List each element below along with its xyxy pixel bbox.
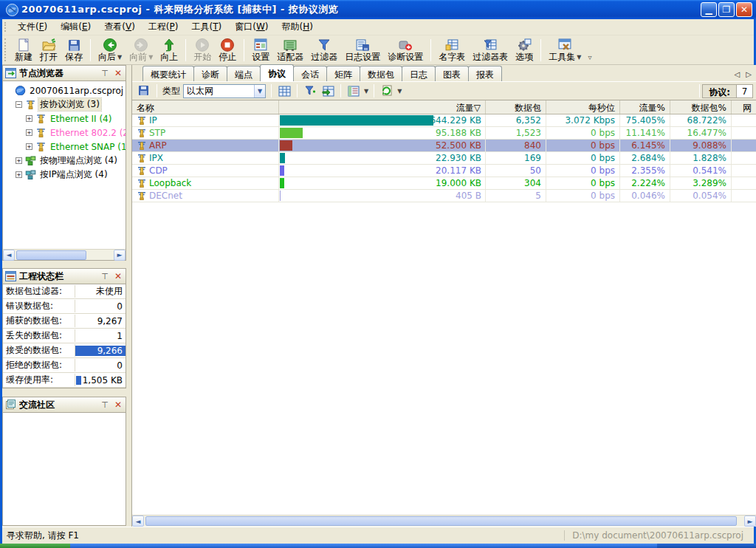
toolbar-button-save-floppy[interactable]: 保存	[61, 37, 86, 63]
pin-icon[interactable]: ⊤	[100, 69, 110, 78]
tab-矩阵[interactable]: 矩阵	[326, 66, 360, 81]
tab-诊断[interactable]: 诊断	[193, 66, 227, 81]
refresh-dropdown-icon[interactable]: ▼	[397, 88, 402, 95]
tabs-scroll-right-icon[interactable]: ▷	[746, 70, 752, 78]
toolbar-button-back-arrow[interactable]: 向后▼	[94, 37, 126, 63]
tree-node-3[interactable]: −按协议浏览 (3)	[3, 97, 126, 112]
make-filter-icon[interactable]	[320, 84, 335, 97]
toolbar-button-toolset-window[interactable]: 工具集▼	[545, 37, 585, 63]
protocol-row-decnet[interactable]: DECnet405 B50 bps0.046%0.054%	[132, 190, 756, 202]
main-scroll-thumb[interactable]	[145, 516, 737, 526]
expand-icon[interactable]: +	[26, 129, 32, 136]
menu-v[interactable]: 查看(V)	[97, 18, 142, 35]
tab-概要统计[interactable]: 概要统计	[142, 66, 194, 81]
toolbar-button-open-folder[interactable]: 打开	[36, 37, 61, 63]
panel-close-icon[interactable]: ✕	[113, 68, 123, 78]
scroll-right-icon[interactable]: ►	[744, 516, 756, 527]
toolbar-button-up-arrow[interactable]: 向上	[157, 37, 182, 63]
tab-日志[interactable]: 日志	[402, 66, 436, 81]
column-header-数据包[interactable]: 数据包	[486, 100, 546, 114]
expand-icon[interactable]: +	[16, 171, 22, 178]
tree-scroll-track[interactable]	[15, 250, 114, 261]
table-view-icon[interactable]	[277, 84, 292, 97]
tab-数据包[interactable]: 数据包	[360, 66, 402, 81]
column-header-truncated[interactable]: 网	[732, 100, 756, 114]
tree-node-ethernet-ii-4[interactable]: +Ethernet II (4)	[3, 112, 126, 126]
tree-node-label: Ethernet SNAP (1)	[49, 142, 126, 152]
columns-icon[interactable]	[346, 84, 361, 97]
dropdown-arrow-icon[interactable]: ▼	[117, 52, 122, 62]
protocol-row-loopback[interactable]: Loopback19.000 KB3040 bps2.224%3.289%	[132, 177, 756, 190]
tree-node-20070611arp-cscproj-3[interactable]: 20070611arp.cscproj (3)	[3, 83, 126, 97]
type-combobox[interactable]: 以太网 ▼	[183, 84, 266, 98]
toolbar-button-new-document[interactable]: 新建	[11, 37, 36, 63]
tab-会话[interactable]: 会话	[293, 66, 327, 81]
toolbar-button-filter-funnel[interactable]: 过滤器	[307, 37, 341, 63]
column-header-名称[interactable]: 名称	[132, 100, 279, 114]
panel-close-icon[interactable]: ✕	[113, 400, 123, 410]
toolbar-button-log-settings[interactable]: 日志设置	[341, 37, 384, 63]
tree-scroll-thumb[interactable]	[16, 250, 86, 260]
pin-icon[interactable]: ⊤	[100, 272, 110, 281]
column-header-每秒位[interactable]: 每秒位	[546, 100, 620, 114]
toolbar-button-stop-circle[interactable]: 停止	[215, 37, 240, 63]
expand-icon[interactable]: +	[26, 115, 32, 122]
combobox-dropdown-icon[interactable]: ▼	[254, 85, 265, 97]
main-scroll-track[interactable]	[144, 516, 744, 527]
protocol-row-arp[interactable]: ARP52.500 KB8400 bps6.145%9.088%	[132, 140, 756, 152]
protocol-row-ipx[interactable]: IPX22.930 KB1690 bps2.684%1.828%	[132, 152, 756, 165]
protocol-row-cdp[interactable]: CDP20.117 KB500 bps2.355%0.541%	[132, 165, 756, 177]
dropdown-arrow-icon[interactable]: ▼	[577, 52, 581, 62]
export-save-icon[interactable]	[137, 84, 151, 97]
protocol-row-stp[interactable]: STP95.188 KB1,5230 bps11.141%16.477%	[132, 127, 756, 140]
menu-f[interactable]: 文件(F)	[11, 18, 54, 35]
tree-node-ethernet-snap-1[interactable]: +Ethernet SNAP (1)	[3, 140, 126, 154]
toolbar-button-diagnosis-settings[interactable]: 诊断设置	[384, 37, 427, 63]
expand-icon[interactable]: +	[16, 157, 22, 164]
toolbar-button-options-gear[interactable]: 选项	[512, 37, 537, 63]
menu-t[interactable]: 工具(T)	[185, 18, 228, 35]
scroll-left-icon[interactable]: ◄	[3, 250, 15, 261]
close-button[interactable]: ✕	[736, 2, 752, 17]
scroll-left-icon[interactable]: ◄	[132, 516, 144, 527]
panel-close-icon[interactable]: ✕	[113, 271, 123, 281]
tree-node-ethernet-802-2-2[interactable]: +Ethernet 802.2 (2)	[3, 126, 126, 140]
toolbar-separator	[185, 39, 186, 61]
packets-cell: 6,352	[486, 114, 546, 126]
minimize-button[interactable]: ▁	[701, 2, 717, 17]
tabs-scroll-left-icon[interactable]: ◁	[735, 70, 740, 78]
dropdown-arrow-icon[interactable]: ▼	[148, 52, 153, 62]
refresh-icon[interactable]	[379, 84, 394, 97]
collapse-icon[interactable]: −	[16, 101, 22, 108]
expand-icon[interactable]: +	[26, 143, 32, 150]
columns-dropdown-icon[interactable]: ▼	[364, 88, 368, 95]
menu-e[interactable]: 编辑(E)	[54, 18, 97, 35]
protocol-row-ip[interactable]: IP644.229 KB6,3523.072 Kbps75.405%68.722…	[132, 114, 756, 127]
tree-horizontal-scrollbar[interactable]: ◄ ►	[3, 249, 126, 260]
tab-图表[interactable]: 图表	[435, 66, 469, 81]
main-horizontal-scrollbar[interactable]: ◄ ►	[132, 515, 756, 527]
toolbar-button-settings-window[interactable]: 设置	[248, 37, 273, 63]
tree-node-4[interactable]: +按物理端点浏览 (4)	[3, 154, 126, 168]
menu-h[interactable]: 帮助(H)	[275, 18, 319, 35]
pin-icon[interactable]: ⊤	[100, 400, 110, 410]
toolbar-overflow-icon[interactable]: ▿	[588, 53, 591, 64]
tree-node-ip-4[interactable]: +按IP端点浏览 (4)	[3, 168, 126, 182]
menu-w[interactable]: 窗口(W)	[228, 18, 275, 35]
add-filter-icon[interactable]	[303, 84, 317, 97]
toolbar-button-adapter-card[interactable]: 适配器	[273, 37, 307, 63]
column-header-流量%[interactable]: 流量%	[620, 100, 670, 114]
menu-p[interactable]: 工程(P)	[142, 18, 185, 35]
column-header-数据包%[interactable]: 数据包%	[670, 100, 732, 114]
scroll-right-icon[interactable]: ►	[114, 250, 126, 261]
tab-端点[interactable]: 端点	[227, 66, 261, 81]
tab-报表[interactable]: 报表	[468, 66, 502, 81]
protocol-antenna-icon	[35, 114, 47, 124]
packets-pct-cell: 1.828%	[670, 152, 732, 164]
toolbar-button-name-table[interactable]: 名字表	[435, 37, 469, 63]
menu-bar: 文件(F)编辑(E)查看(V)工程(P)工具(T)窗口(W)帮助(H)	[2, 19, 754, 35]
toolbar-button-filter-table[interactable]: 过滤器表	[469, 37, 512, 63]
column-header-流量[interactable]: 流量▽	[279, 100, 486, 114]
restore-button[interactable]: ❐	[718, 2, 735, 17]
tab-协议[interactable]: 协议	[260, 64, 294, 81]
